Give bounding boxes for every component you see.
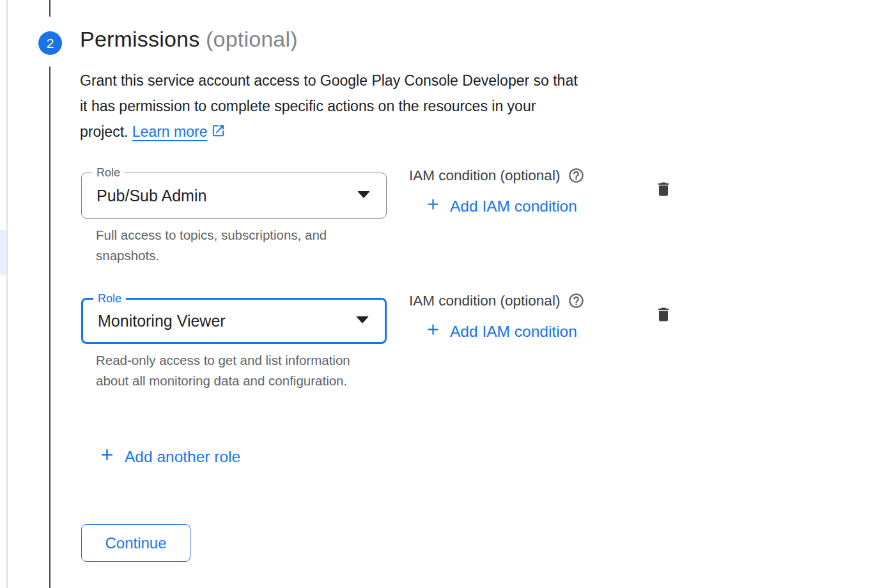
delete-role-button-1[interactable] xyxy=(655,180,672,199)
open-in-new-icon xyxy=(211,119,226,144)
page-title-text: Permissions xyxy=(80,27,199,51)
description-line-2: it has permission to complete specific a… xyxy=(80,93,578,119)
role-select-2-value: Monitoring Viewer xyxy=(98,300,226,342)
role-select-1-value: Pub/Sub Admin xyxy=(97,173,206,218)
page-title-optional: (optional) xyxy=(206,27,298,51)
trash-icon xyxy=(655,190,672,201)
help-circle-icon[interactable] xyxy=(568,292,585,309)
plus-icon xyxy=(424,321,442,342)
learn-more-label: Learn more xyxy=(132,119,208,144)
role-2-description: Read-only access to get and list informa… xyxy=(96,350,354,391)
add-iam-condition-label-1: Add IAM condition xyxy=(450,197,577,215)
add-another-role-button[interactable]: Add another role xyxy=(98,445,240,468)
page-title: Permissions (optional) xyxy=(80,27,298,52)
help-circle-icon[interactable] xyxy=(568,167,585,184)
add-iam-condition-button-2[interactable]: Add IAM condition xyxy=(424,321,577,342)
description-line-1: Grant this service account access to Goo… xyxy=(80,68,578,93)
delete-role-button-2[interactable] xyxy=(655,305,672,324)
plus-icon xyxy=(98,445,116,468)
continue-button[interactable]: Continue xyxy=(81,524,190,562)
role-select-2[interactable]: Role Monitoring Viewer xyxy=(81,298,387,344)
dropdown-arrow-icon xyxy=(357,191,370,198)
role-select-1[interactable]: Role Pub/Sub Admin xyxy=(81,173,387,219)
trash-icon xyxy=(655,315,672,326)
dropdown-arrow-icon xyxy=(356,316,369,323)
role-1-description: Full access to topics, subscriptions, an… xyxy=(96,225,350,265)
iam-condition-label-1: IAM condition (optional) xyxy=(409,167,560,184)
section-description: Grant this service account access to Goo… xyxy=(80,68,578,144)
add-iam-condition-button-1[interactable]: Add IAM condition xyxy=(424,196,577,217)
description-line-3-text: project. xyxy=(80,123,128,140)
iam-condition-label-2: IAM condition (optional) xyxy=(409,293,560,309)
learn-more-link[interactable]: Learn more xyxy=(132,119,226,144)
iam-condition-header-2: IAM condition (optional) xyxy=(409,292,585,309)
sidebar-selected-item-sliver xyxy=(0,230,6,275)
add-another-role-label: Add another role xyxy=(125,448,240,466)
panel-divider xyxy=(6,0,8,588)
plus-icon xyxy=(424,196,442,217)
stepper-connector-bottom xyxy=(49,66,50,588)
iam-condition-header-1: IAM condition (optional) xyxy=(409,167,585,184)
description-line-3: project. Learn more xyxy=(80,119,578,144)
step-number-badge: 2 xyxy=(38,31,62,55)
add-iam-condition-label-2: Add IAM condition xyxy=(450,323,577,341)
stepper-connector-top xyxy=(49,0,50,17)
